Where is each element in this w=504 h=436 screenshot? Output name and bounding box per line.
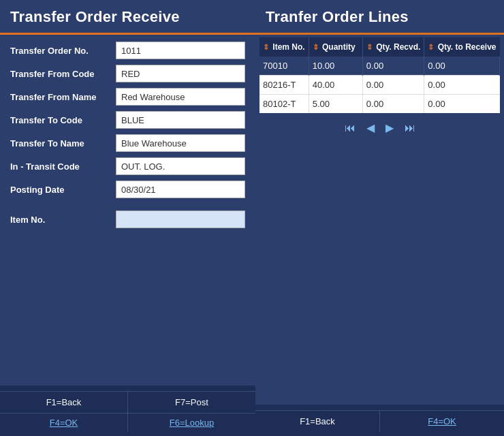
left-panel-body: Transfer Order No. Transfer From Code Tr… bbox=[0, 35, 255, 386]
table-container: ⇕ Item No. ⇕ Quantity ⇕ Qty. Recvd. ⇕ Qt… bbox=[255, 35, 504, 405]
input-posting-date[interactable] bbox=[116, 181, 245, 198]
sort-icon-qty-recvd: ⇕ bbox=[366, 43, 373, 51]
cell-qty-to-recv: 0.00 bbox=[424, 57, 500, 76]
cell-qty-to-recv: 0.00 bbox=[424, 76, 500, 95]
field-transfer-to-code: Transfer To Code bbox=[10, 111, 245, 129]
label-transfer-from-code: Transfer From Code bbox=[10, 69, 116, 79]
pagination-row: ⏮ ◀ ▶ ⏭ bbox=[259, 113, 500, 140]
table-row[interactable]: 7001010.000.000.00 bbox=[259, 57, 500, 76]
sort-icon-qty-to-recv: ⇕ bbox=[428, 43, 434, 51]
label-posting-date: Posting Date bbox=[10, 185, 116, 195]
pag-next-button[interactable]: ▶ bbox=[383, 120, 396, 136]
label-transfer-to-code: Transfer To Code bbox=[10, 115, 116, 125]
input-transfer-order-no[interactable] bbox=[116, 42, 245, 59]
table-header-row: ⇕ Item No. ⇕ Quantity ⇕ Qty. Recvd. ⇕ Qt… bbox=[259, 37, 500, 57]
field-posting-date: Posting Date bbox=[10, 181, 245, 198]
cell-qty-recvd: 0.00 bbox=[362, 95, 424, 114]
sort-icon-item-no: ⇕ bbox=[263, 43, 269, 51]
field-transfer-to-name: Transfer To Name bbox=[10, 134, 245, 152]
table-row[interactable]: 80216-T40.000.000.00 bbox=[259, 76, 500, 95]
col-header-item-no[interactable]: ⇕ Item No. bbox=[259, 37, 309, 57]
input-item-no[interactable] bbox=[116, 211, 245, 228]
left-panel: Transfer Order Receive Transfer Order No… bbox=[0, 0, 255, 436]
cell-quantity: 10.00 bbox=[309, 57, 362, 76]
col-header-quantity[interactable]: ⇕ Quantity bbox=[309, 37, 362, 57]
left-panel-footer: F1=Back F7=Post F4=OK F6=Lookup bbox=[0, 386, 255, 436]
label-transfer-from-name: Transfer From Name bbox=[10, 92, 116, 102]
pag-prev-button[interactable]: ◀ bbox=[364, 120, 377, 136]
right-f1-back-button[interactable]: F1=Back bbox=[255, 411, 380, 432]
input-transfer-to-code[interactable] bbox=[116, 111, 245, 129]
cell-quantity: 5.00 bbox=[309, 95, 362, 114]
footer-bottom-row: F4=OK F6=Lookup bbox=[0, 413, 255, 432]
label-item-no: Item No. bbox=[10, 215, 116, 225]
field-transfer-from-name: Transfer From Name bbox=[10, 88, 245, 106]
right-f4-ok-button[interactable]: F4=OK bbox=[380, 411, 504, 432]
pag-last-button[interactable]: ⏭ bbox=[402, 121, 418, 136]
f6-lookup-button[interactable]: F6=Lookup bbox=[128, 414, 255, 432]
field-transfer-from-code: Transfer From Code bbox=[10, 65, 245, 82]
cell-item-no: 80216-T bbox=[259, 76, 309, 95]
right-panel-header: Tranfer Order Lines bbox=[255, 0, 504, 35]
field-transfer-order-no: Transfer Order No. bbox=[10, 42, 245, 59]
footer-top-row: F1=Back F7=Post bbox=[0, 391, 255, 413]
cell-item-no: 70010 bbox=[259, 57, 309, 76]
f1-back-button[interactable]: F1=Back bbox=[0, 392, 128, 413]
sort-icon-quantity: ⇕ bbox=[313, 43, 319, 51]
order-lines-table: ⇕ Item No. ⇕ Quantity ⇕ Qty. Recvd. ⇕ Qt… bbox=[259, 37, 500, 113]
label-in-transit-code: In - Transit Code bbox=[10, 161, 116, 172]
table-body: 7001010.000.000.0080216-T40.000.000.0080… bbox=[259, 57, 500, 113]
cell-qty-recvd: 0.00 bbox=[362, 57, 424, 76]
field-in-transit-code: In - Transit Code bbox=[10, 157, 245, 175]
pag-first-button[interactable]: ⏮ bbox=[342, 121, 358, 136]
input-transfer-to-name[interactable] bbox=[116, 134, 245, 152]
left-panel-header: Transfer Order Receive bbox=[0, 0, 255, 35]
field-item-no: Item No. bbox=[10, 211, 245, 228]
right-panel-title: Tranfer Order Lines bbox=[266, 8, 494, 26]
input-transfer-from-name[interactable] bbox=[116, 88, 245, 106]
cell-item-no: 80102-T bbox=[259, 95, 309, 114]
f7-post-button[interactable]: F7=Post bbox=[128, 392, 255, 413]
input-in-transit-code[interactable] bbox=[116, 157, 245, 175]
right-footer-row: F1=Back F4=OK bbox=[255, 410, 504, 432]
input-transfer-from-code[interactable] bbox=[116, 65, 245, 82]
table-row[interactable]: 80102-T5.000.000.00 bbox=[259, 95, 500, 114]
right-panel: Tranfer Order Lines ⇕ Item No. ⇕ Quantit… bbox=[255, 0, 504, 436]
col-header-qty-recvd[interactable]: ⇕ Qty. Recvd. bbox=[362, 37, 424, 57]
cell-qty-recvd: 0.00 bbox=[362, 76, 424, 95]
right-panel-footer: F1=Back F4=OK bbox=[255, 405, 504, 436]
cell-qty-to-recv: 0.00 bbox=[424, 95, 500, 114]
cell-quantity: 40.00 bbox=[309, 76, 362, 95]
col-header-qty-to-receive[interactable]: ⇕ Qty. to Receive bbox=[424, 37, 500, 57]
left-panel-title: Transfer Order Receive bbox=[10, 8, 245, 26]
f4-ok-button[interactable]: F4=OK bbox=[0, 414, 128, 432]
label-transfer-order-no: Transfer Order No. bbox=[10, 46, 116, 56]
label-transfer-to-name: Transfer To Name bbox=[10, 138, 116, 149]
